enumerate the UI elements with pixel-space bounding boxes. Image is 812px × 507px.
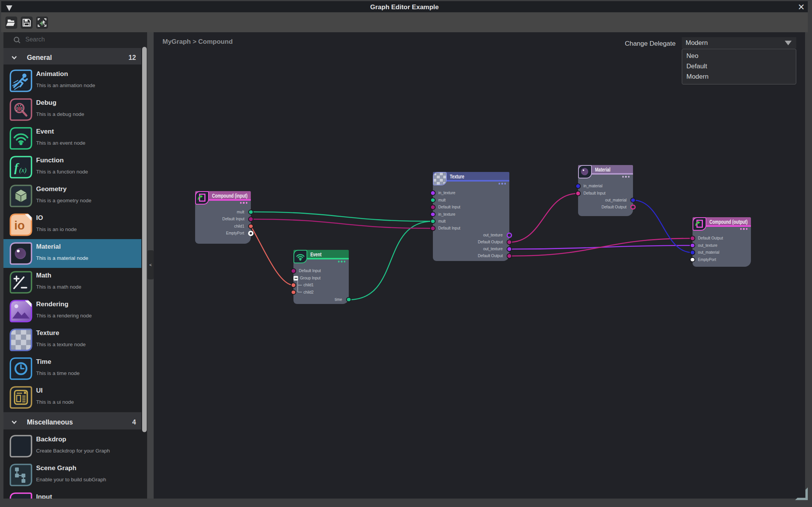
svg-text:io: io: [14, 219, 25, 232]
svg-text:(x): (x): [19, 167, 27, 174]
